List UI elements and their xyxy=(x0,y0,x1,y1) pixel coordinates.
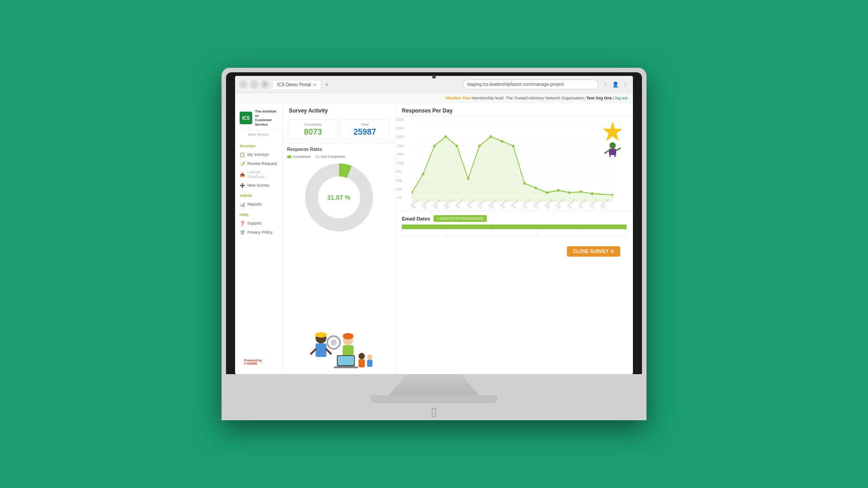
powered-by-section: Powered by lf ADMIN xyxy=(235,353,282,371)
refresh-button[interactable]: ↻ xyxy=(260,80,269,89)
sidebar-item-review-request[interactable]: 📝 Review Request xyxy=(235,159,282,168)
admin-section-title: Admin xyxy=(235,192,282,200)
y-label-4: 1754 xyxy=(396,144,404,147)
sidebar-item-upload-database[interactable]: 📤 Upload Database xyxy=(235,168,282,181)
my-surveys-icon: 📋 xyxy=(240,152,245,157)
svg-point-42 xyxy=(433,145,435,147)
svg-point-55 xyxy=(580,190,582,193)
separator: | xyxy=(613,96,614,100)
new-survey-icon: ➕ xyxy=(240,183,245,188)
table-cell xyxy=(492,229,537,236)
user-icon[interactable]: 👤 xyxy=(611,80,619,89)
logo-initials: ICS xyxy=(242,116,250,121)
email-dates-table xyxy=(402,225,627,236)
svg-point-52 xyxy=(546,191,548,194)
sidebar-item-support[interactable]: ❓ Support xyxy=(235,219,282,228)
camera xyxy=(432,75,436,79)
menu-icon[interactable]: ⋮ xyxy=(621,80,629,89)
sidebar-item-privacy-policy[interactable]: 🛡️ Privacy Policy xyxy=(235,228,282,237)
screen-bezel: ‹ › ↻ ICS Demo Portal ✕ + staging.ics.le… xyxy=(226,72,642,374)
completes-value: 8073 xyxy=(291,127,335,137)
completes-label: Completes xyxy=(291,122,335,127)
svg-point-44 xyxy=(456,145,458,147)
org-name: Test Org One xyxy=(586,96,612,100)
svg-line-24 xyxy=(616,148,620,150)
total-stat: Total 25987 xyxy=(340,119,390,140)
y-label-7: 932 xyxy=(396,170,404,173)
forward-button[interactable]: › xyxy=(250,80,259,89)
review-request-label: Review Request xyxy=(247,161,277,166)
back-button[interactable]: ‹ xyxy=(239,80,248,89)
col-header-5 xyxy=(581,225,626,229)
survey-activity-title: Survey Activity xyxy=(283,103,395,117)
app-container: Member One Membership level: The Trusted… xyxy=(235,93,633,374)
svg-point-11 xyxy=(343,333,354,339)
col-header-3 xyxy=(492,225,537,229)
col-header-2 xyxy=(447,225,492,229)
upload-icon: 📤 xyxy=(240,172,245,177)
sidebar-item-my-surveys[interactable]: 📋 My Surveys xyxy=(235,150,282,159)
add-extra-reminders-button[interactable]: + ADD EXTRA REMINDERS xyxy=(434,215,487,222)
y-label-10: 110 xyxy=(396,196,404,199)
table-header-row xyxy=(402,225,627,229)
line-chart-svg xyxy=(412,118,613,202)
right-panel: Responses Per Day xyxy=(396,103,633,374)
active-tab[interactable]: ICS Demo Portal ✕ xyxy=(272,80,321,89)
svg-rect-5 xyxy=(316,343,326,357)
close-survey-icon: ✕ xyxy=(610,249,614,254)
bookmark-icon[interactable]: ☆ xyxy=(601,80,609,89)
completes-stat: Completes 8073 xyxy=(288,119,338,140)
svg-point-46 xyxy=(478,145,481,147)
sidebar: ICS The Institute ofCustomer Service Bet… xyxy=(235,103,283,374)
sidebar-item-reports[interactable]: 📊 Reports xyxy=(235,200,282,209)
privacy-policy-label: Privacy Policy xyxy=(247,230,273,235)
y-label-5: 1480 xyxy=(396,153,404,156)
top-info-bar: Member One Membership level: The Trusted… xyxy=(235,93,633,103)
completed-dot xyxy=(287,155,292,158)
content-panels: Survey Activity Completes 8073 Total 259… xyxy=(283,103,633,374)
membership-text: Membership level: xyxy=(472,96,505,100)
support-label: Support xyxy=(247,221,262,225)
close-tab-icon[interactable]: ✕ xyxy=(313,82,316,87)
svg-point-50 xyxy=(524,182,526,185)
close-survey-button[interactable]: CLOSE SURVEY ✕ xyxy=(567,246,620,257)
browser-action-buttons: ☆ 👤 ⋮ xyxy=(601,80,629,89)
reports-icon: 📊 xyxy=(240,202,245,207)
svg-line-26 xyxy=(615,155,616,157)
svg-rect-19 xyxy=(367,360,373,367)
y-label-2: 2302 xyxy=(396,127,404,130)
table-cell xyxy=(537,229,581,236)
address-text: staging.ics.leadershipfactor.com/manage-… xyxy=(467,82,564,87)
sidebar-item-new-survey[interactable]: ➕ New Survey xyxy=(235,181,282,190)
surveys-section-title: Surveys xyxy=(235,142,282,150)
logout-link[interactable]: log out xyxy=(615,96,627,100)
col-header-1 xyxy=(402,225,447,229)
svg-rect-14 xyxy=(338,356,354,365)
svg-point-18 xyxy=(367,354,373,360)
svg-rect-15 xyxy=(334,366,358,368)
svg-point-47 xyxy=(490,135,492,138)
y-axis-labels: 2576 2302 2028 1754 1480 1206 932 658 38 xyxy=(396,118,404,199)
table-cell xyxy=(447,229,492,236)
powered-by-label: Powered by xyxy=(244,359,273,362)
tab-label: ICS Demo Portal xyxy=(277,82,311,87)
svg-line-7 xyxy=(326,349,331,354)
address-bar[interactable]: staging.ics.leadershipfactor.com/manage-… xyxy=(463,80,599,89)
y-label-3: 2028 xyxy=(396,135,404,138)
y-label-9: 384 xyxy=(396,188,404,191)
new-tab-button[interactable]: + xyxy=(322,80,331,89)
upload-database-label: Upload Database xyxy=(247,170,278,179)
email-dates-header: Email Dates + ADD EXTRA REMINDERS xyxy=(402,215,627,222)
svg-point-4 xyxy=(315,332,327,338)
response-rates-chart-area: Response Rates Completed Not xyxy=(283,143,395,237)
y-label-1: 2576 xyxy=(396,118,404,121)
org-label: Organisation: xyxy=(561,96,585,100)
chart-legend: Completed Not Completed xyxy=(287,155,345,159)
imac-base xyxy=(371,395,497,403)
svg-point-53 xyxy=(557,189,559,192)
sidebar-logo: ICS The Institute ofCustomer Service xyxy=(235,107,282,130)
email-dates-title: Email Dates xyxy=(402,216,430,221)
membership-level: The Trusted Advisory Network xyxy=(506,96,560,100)
not-completed-legend: Not Completed xyxy=(315,155,345,159)
imac-stand xyxy=(389,374,479,395)
